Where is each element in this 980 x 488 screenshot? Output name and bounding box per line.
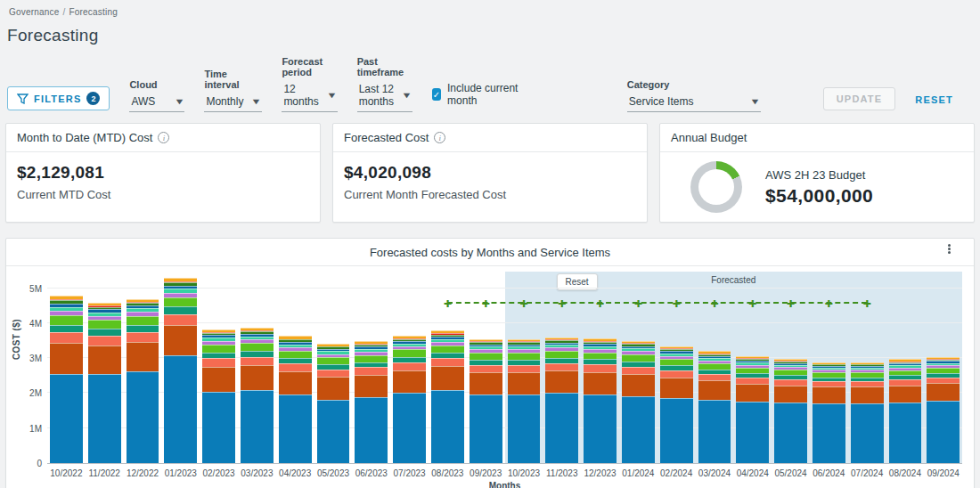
stacked-bar-12/2023[interactable] (584, 338, 617, 463)
bar-segment[interactable] (660, 370, 693, 378)
bar-segment[interactable] (50, 374, 83, 463)
bar-segment[interactable] (241, 365, 274, 389)
include-current-month-group[interactable]: ✓ Include current month (432, 82, 522, 107)
bar-segment[interactable] (851, 403, 884, 463)
reset-filters-link[interactable]: RESET (915, 94, 953, 105)
bar-segment[interactable] (813, 386, 845, 403)
bar-segment[interactable] (127, 316, 159, 325)
bar-segment[interactable] (813, 403, 845, 463)
bar-segment[interactable] (50, 315, 83, 325)
bar-segment[interactable] (660, 378, 693, 399)
bar-segment[interactable] (508, 365, 541, 372)
bar-segment[interactable] (470, 372, 502, 394)
bar-segment[interactable] (660, 398, 693, 463)
bar-segment[interactable] (279, 363, 312, 371)
bar-segment[interactable] (317, 377, 350, 399)
bar-segment[interactable] (545, 393, 578, 463)
bar-segment[interactable] (202, 358, 235, 366)
bar-segment[interactable] (202, 345, 235, 353)
bar-segment[interactable] (622, 367, 655, 374)
bar-segment[interactable] (508, 394, 541, 463)
bar-segment[interactable] (508, 372, 541, 394)
bar-segment[interactable] (241, 390, 274, 463)
bar-segment[interactable] (50, 332, 83, 343)
stacked-bar-08/2024[interactable] (889, 359, 922, 463)
bar-segment[interactable] (127, 371, 159, 463)
category-select[interactable]: Service Items ▼ (627, 94, 761, 112)
update-button[interactable]: UPDATE (823, 87, 896, 110)
bar-segment[interactable] (202, 392, 235, 464)
bar-segment[interactable] (736, 402, 769, 463)
bar-segment[interactable] (889, 403, 922, 463)
bar-segment[interactable] (127, 332, 159, 342)
filter-select[interactable]: Monthly ▼ (204, 94, 262, 112)
stacked-bar-03/2024[interactable] (698, 351, 731, 463)
bar-segment[interactable] (584, 353, 617, 360)
bar-segment[interactable] (393, 393, 426, 463)
bar-segment[interactable] (622, 354, 655, 362)
stacked-bar-10/2022[interactable] (50, 296, 83, 463)
bar-segment[interactable] (584, 372, 617, 394)
stacked-bar-08/2023[interactable] (431, 330, 464, 463)
bar-segment[interactable] (698, 380, 731, 400)
bar-segment[interactable] (164, 306, 197, 313)
bar-segment[interactable] (851, 386, 884, 403)
stacked-bar-02/2023[interactable] (202, 329, 235, 463)
bar-segment[interactable] (431, 358, 464, 366)
bar-segment[interactable] (164, 355, 197, 463)
stacked-bar-09/2023[interactable] (470, 339, 502, 463)
stacked-bar-07/2024[interactable] (851, 362, 884, 463)
bar-segment[interactable] (660, 359, 693, 365)
bar-segment[interactable] (927, 401, 960, 463)
stacked-bar-01/2024[interactable] (622, 341, 655, 463)
bar-segment[interactable] (470, 353, 502, 360)
bar-segment[interactable] (164, 297, 197, 307)
bar-segment[interactable] (88, 346, 121, 374)
stacked-bar-05/2024[interactable] (774, 359, 807, 463)
bar-segment[interactable] (393, 349, 426, 356)
bar-segment[interactable] (545, 370, 578, 393)
breadcrumb-governance[interactable]: Governance (9, 7, 59, 17)
stacked-bar-06/2024[interactable] (813, 362, 845, 463)
bar-segment[interactable] (241, 343, 274, 351)
bar-segment[interactable] (470, 394, 502, 463)
bar-segment[interactable] (736, 378, 769, 384)
bar-segment[interactable] (431, 346, 464, 353)
bar-segment[interactable] (241, 351, 274, 357)
stacked-bar-01/2023[interactable] (164, 278, 197, 463)
stacked-bar-03/2023[interactable] (241, 328, 274, 463)
bar-segment[interactable] (241, 357, 274, 365)
stacked-bar-04/2023[interactable] (279, 336, 312, 463)
bar-segment[interactable] (774, 386, 807, 403)
stacked-bar-04/2024[interactable] (736, 356, 769, 463)
bar-segment[interactable] (393, 362, 426, 370)
bar-segment[interactable] (164, 325, 197, 356)
bar-segment[interactable] (355, 355, 388, 362)
bar-segment[interactable] (317, 357, 350, 364)
bar-segment[interactable] (355, 375, 388, 397)
filter-select[interactable]: Last 12 months ▼ (357, 81, 412, 112)
bar-segment[interactable] (736, 384, 769, 402)
bar-segment[interactable] (202, 367, 235, 392)
bar-segment[interactable] (88, 336, 121, 346)
bar-segment[interactable] (927, 378, 960, 384)
bar-segment[interactable] (698, 374, 731, 380)
bar-segment[interactable] (889, 386, 922, 403)
bar-segment[interactable] (88, 329, 121, 335)
stacked-bar-12/2022[interactable] (127, 299, 159, 464)
info-icon[interactable]: i (158, 132, 169, 143)
bar-segment[interactable] (50, 343, 83, 374)
bar-segment[interactable] (355, 397, 388, 463)
bar-segment[interactable] (622, 374, 655, 396)
bar-segment[interactable] (164, 314, 197, 325)
filter-select[interactable]: AWS ▼ (129, 94, 184, 112)
stacked-bar-02/2024[interactable] (660, 346, 693, 463)
chart-menu-kebab-icon[interactable] (948, 244, 951, 254)
stacked-bar-11/2022[interactable] (88, 303, 121, 463)
bar-segment[interactable] (88, 320, 121, 329)
filter-select[interactable]: 12 months ▼ (282, 81, 337, 112)
bar-segment[interactable] (431, 390, 464, 463)
bar-segment[interactable] (317, 370, 350, 378)
bar-segment[interactable] (545, 351, 578, 358)
include-current-month-checkbox[interactable]: ✓ (432, 88, 441, 101)
